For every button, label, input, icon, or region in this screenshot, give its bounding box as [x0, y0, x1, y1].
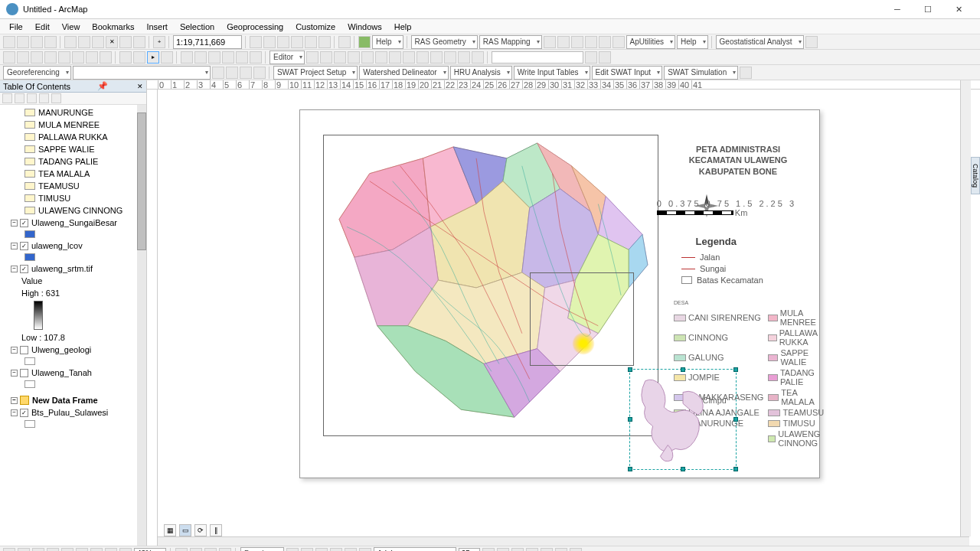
new-icon[interactable]: [3, 36, 15, 48]
layer-timusu[interactable]: TIMUSU: [0, 192, 146, 204]
data-driven-icon[interactable]: [219, 548, 231, 552]
layout-whole-icon[interactable]: [47, 548, 59, 552]
editor-toolbar-icon[interactable]: [250, 36, 262, 48]
undo-icon[interactable]: [119, 36, 132, 48]
layer-ulaweng-srtm-tif[interactable]: −✓ulaweng_srtm.tif: [0, 262, 146, 275]
georeferencing-dropdown[interactable]: Georeferencing: [3, 66, 71, 80]
extent-rectangle[interactable]: [530, 272, 634, 366]
layer-ulaweng-tanah[interactable]: −Ulaweng_Tanah: [0, 367, 146, 379]
print-icon[interactable]: [44, 36, 57, 48]
layer-tadang-palie[interactable]: TADANG PALIE: [0, 155, 146, 168]
close-button[interactable]: ✕: [943, 0, 974, 19]
layer-manurunge[interactable]: MANURUNGE: [0, 106, 146, 119]
edit-tool-icon[interactable]: [472, 51, 484, 64]
open-icon[interactable]: [17, 36, 29, 48]
pan-icon[interactable]: [31, 51, 43, 64]
edit-tool-icon[interactable]: [389, 51, 401, 64]
identify-icon[interactable]: [161, 51, 173, 64]
list-by-selection-icon[interactable]: [39, 93, 49, 103]
geostat-analyst-dropdown[interactable]: Geostatistical Analyst: [716, 35, 804, 49]
time-icon[interactable]: [236, 51, 248, 64]
add-data-icon[interactable]: +: [153, 36, 165, 48]
rect-icon[interactable]: ▭: [345, 548, 357, 552]
layer-teamusu[interactable]: TEAMUSU: [0, 180, 146, 192]
options-icon[interactable]: [51, 93, 61, 103]
write-input-dropdown[interactable]: Write Input Tables: [514, 66, 590, 80]
menu-help[interactable]: Help: [390, 21, 416, 33]
html-popup-icon[interactable]: [222, 51, 234, 64]
font-color-icon[interactable]: A: [526, 548, 538, 552]
edit-tool-icon[interactable]: [444, 51, 456, 64]
data-view-button[interactable]: ▦: [164, 524, 176, 536]
georef-tool-icon[interactable]: [212, 67, 224, 79]
edit-tool-icon[interactable]: [306, 51, 318, 64]
zoom-in-icon[interactable]: [3, 51, 15, 64]
fill-color-icon[interactable]: [541, 548, 553, 552]
find-route-icon[interactable]: [599, 51, 611, 64]
ras-tool-icon[interactable]: [612, 36, 625, 48]
ras-mapping-dropdown[interactable]: RAS Mapping: [479, 35, 542, 49]
georef-tool-icon[interactable]: [253, 67, 266, 79]
model-icon[interactable]: [338, 36, 351, 48]
toc-tree[interactable]: MANURUNGEMULA MENREEPALLAWA RUKKASAPPE W…: [0, 105, 146, 546]
ras-tool-icon[interactable]: [585, 36, 597, 48]
help-dropdown[interactable]: Help: [372, 35, 403, 49]
find-route-icon[interactable]: [585, 51, 597, 64]
scale-bar[interactable]: 0 0.375 0.75 1.5 2.25 3 Km: [657, 199, 796, 217]
layout-zoomout-icon[interactable]: [18, 548, 30, 552]
find-icon[interactable]: [181, 51, 193, 64]
redo-icon[interactable]: [133, 36, 145, 48]
editor-dropdown[interactable]: Editor: [270, 51, 305, 64]
edit-vertices-icon[interactable]: [359, 548, 371, 552]
toc-pin-icon[interactable]: 📌: [97, 81, 108, 91]
back-icon[interactable]: [86, 51, 98, 64]
layout-back-icon[interactable]: [105, 548, 117, 552]
list-by-drawing-icon[interactable]: [2, 93, 12, 103]
aputilities-dropdown[interactable]: ApUtilities: [626, 35, 675, 49]
georef-tool-icon[interactable]: [240, 67, 252, 79]
menu-file[interactable]: File: [5, 21, 28, 33]
viewer-icon[interactable]: [250, 51, 262, 64]
inset-map-frame[interactable]: Cimpu: [629, 369, 737, 470]
hechms-icon[interactable]: [358, 36, 371, 48]
list-by-source-icon[interactable]: [15, 93, 24, 103]
layout-pan-icon[interactable]: [32, 548, 44, 552]
hru-dropdown[interactable]: HRU Analysis: [450, 66, 512, 80]
layout-fixedzo-icon[interactable]: [90, 548, 103, 552]
zoom-to-icon[interactable]: [315, 548, 328, 552]
layer-pallawa-rukka[interactable]: PALLAWA RUKKA: [0, 131, 146, 143]
minimize-button[interactable]: ─: [882, 0, 913, 19]
copy-icon[interactable]: [78, 36, 90, 48]
rotate-icon[interactable]: [301, 548, 313, 552]
layer-ulweng-geologi[interactable]: −Ulweng_geologi: [0, 344, 146, 356]
edit-tool-icon[interactable]: [375, 51, 387, 64]
v-scrollbar[interactable]: [960, 80, 971, 536]
ras-geometry-dropdown[interactable]: RAS Geometry: [411, 35, 478, 49]
edit-tool-icon[interactable]: [416, 51, 429, 64]
edit-tool-icon[interactable]: [320, 51, 332, 64]
layout-canvas[interactable]: PETA ADMINISTRASI KECAMATAN ULAWENG KABU…: [158, 90, 980, 546]
layer-tea-malala[interactable]: TEA MALALA: [0, 168, 146, 180]
select-icon[interactable]: [119, 51, 132, 64]
toc-icon[interactable]: [263, 36, 276, 48]
map-title[interactable]: PETA ADMINISTRASI KECAMATAN ULAWENG KABU…: [677, 144, 799, 177]
save-icon[interactable]: [31, 36, 43, 48]
edit-tool-icon[interactable]: [334, 51, 346, 64]
focus-df-icon[interactable]: [190, 548, 202, 552]
menu-selection[interactable]: Selection: [175, 21, 219, 33]
italic-icon[interactable]: I: [497, 548, 509, 552]
layer-ulaweng-lcov[interactable]: −✓ulaweng_lcov: [0, 240, 146, 252]
layout-fixedzi-icon[interactable]: [76, 548, 88, 552]
fixed-zoomin-icon[interactable]: [58, 51, 70, 64]
catalog-tab[interactable]: Catalog: [971, 157, 980, 194]
ras-tool-icon[interactable]: [557, 36, 570, 48]
select-elements-icon[interactable]: ▸: [286, 548, 299, 552]
georef-tool-icon[interactable]: [226, 67, 238, 79]
layout-zoom-input[interactable]: 43%: [134, 548, 166, 552]
edit-tool-icon[interactable]: [348, 51, 360, 64]
find-input[interactable]: [492, 51, 583, 64]
line-color-icon[interactable]: [555, 548, 567, 552]
delete-icon[interactable]: ✕: [106, 36, 118, 48]
layout-zoomin-icon[interactable]: [3, 548, 15, 552]
layout-fwd-icon[interactable]: [119, 548, 132, 552]
